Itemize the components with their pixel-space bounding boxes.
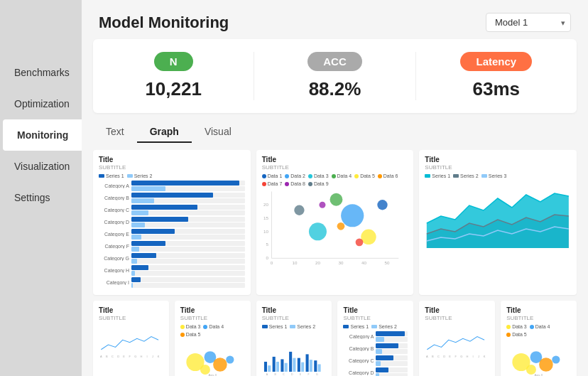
svg-rect-53 <box>289 352 292 372</box>
svg-rect-44 <box>264 362 267 372</box>
bubble-small-svg: Axis X <box>180 339 245 376</box>
svg-text:B: B <box>106 355 108 358</box>
svg-text:C: C <box>437 355 440 358</box>
svg-point-10 <box>319 202 325 208</box>
tab-visual[interactable]: Visual <box>192 122 244 143</box>
svg-text:J: J <box>478 355 479 358</box>
sidebar-item-benchmarks[interactable]: Benchmarks <box>0 57 82 88</box>
svg-text:H: H <box>140 355 142 358</box>
svg-text:40: 40 <box>361 260 366 265</box>
svg-point-4 <box>330 193 342 206</box>
svg-text:15: 15 <box>263 215 268 220</box>
svg-text:F: F <box>455 355 457 358</box>
metric-value: 88.2% <box>309 78 361 100</box>
charts-row-2: Title SUBTITLE ABCDEFGHIJK Title SUBTITL… <box>93 301 577 376</box>
svg-text:Axis X: Axis X <box>208 373 217 376</box>
svg-point-9 <box>337 222 344 230</box>
svg-text:K: K <box>158 355 160 358</box>
svg-point-5 <box>341 204 364 227</box>
svg-point-8 <box>355 238 363 246</box>
line-svg: ABCDEFGHIJK <box>99 324 163 365</box>
charts-row-1: Title SUBTITLE Series 1Series 2 Category… <box>93 150 577 295</box>
svg-text:A: A <box>426 355 428 358</box>
sidebar-item-settings[interactable]: Settings <box>0 182 82 213</box>
svg-rect-51 <box>284 363 287 372</box>
svg-text:K: K <box>484 355 486 358</box>
tab-graph[interactable]: Graph <box>137 122 192 143</box>
chart-area: Title SUBTITLE Series 1Series 2Series 3 <box>419 150 577 295</box>
header: Model Monitoring Model 1Model 2Model 3 <box>82 0 588 39</box>
sidebar-item-optimization[interactable]: Optimization <box>0 88 82 119</box>
svg-rect-47 <box>272 357 275 372</box>
svg-text:D: D <box>117 355 119 358</box>
metric-card: N 10,221 <box>93 52 254 100</box>
metric-value: 10,221 <box>145 78 202 100</box>
charts-grid: Title SUBTITLE Series 1Series 2 Category… <box>82 143 588 376</box>
svg-rect-60 <box>309 360 312 372</box>
svg-rect-59 <box>305 354 308 372</box>
svg-point-2 <box>294 205 304 215</box>
svg-rect-50 <box>281 359 283 372</box>
area-svg <box>425 181 571 248</box>
svg-text:E: E <box>299 373 301 376</box>
svg-text:D: D <box>443 355 445 358</box>
svg-text:A: A <box>266 373 268 376</box>
svg-text:H: H <box>467 355 469 358</box>
svg-rect-48 <box>276 362 279 372</box>
chart-bubble: Title SUBTITLE Data 1Data 2Data 3Data 4D… <box>256 150 414 295</box>
svg-text:I: I <box>473 355 474 358</box>
sidebar-item-visualization[interactable]: Visualization <box>0 151 82 182</box>
svg-rect-56 <box>297 358 300 372</box>
svg-text:E: E <box>123 355 125 358</box>
metrics-panel: N 10,221 ACC 88.2% Latency 63ms <box>93 39 577 113</box>
metric-badge: N <box>154 52 193 71</box>
line-svg: ABCDEFGHIJK <box>425 324 489 365</box>
svg-text:20: 20 <box>263 202 268 207</box>
svg-text:0: 0 <box>270 260 273 265</box>
chart-hbar: Title SUBTITLE Series 1Series 2 Category… <box>93 150 251 295</box>
svg-rect-62 <box>314 360 317 372</box>
svg-text:J: J <box>152 355 153 358</box>
svg-text:10: 10 <box>292 260 297 265</box>
chart-bubble-small-0: Title SUBTITLE Data 3Data 4Data 5 Axis X <box>175 301 251 376</box>
metric-card: Latency 63ms <box>416 52 577 100</box>
svg-text:Axis X: Axis X <box>535 373 543 376</box>
model-selector[interactable]: Model 1Model 2Model 3 <box>486 13 571 32</box>
svg-rect-63 <box>317 364 320 372</box>
bubble-small-svg: Axis X <box>506 339 571 376</box>
svg-text:G: G <box>316 373 318 376</box>
svg-point-7 <box>377 200 387 210</box>
chart-line-small-0: Title SUBTITLE ABCDEFGHIJK <box>93 301 169 376</box>
metric-value: 63ms <box>473 78 521 100</box>
svg-marker-26 <box>427 193 569 248</box>
page-title: Model Monitoring <box>99 14 229 32</box>
tab-text[interactable]: Text <box>93 122 137 143</box>
metric-card: ACC 88.2% <box>254 52 415 100</box>
svg-point-78 <box>539 358 553 372</box>
metric-badge: ACC <box>307 52 362 71</box>
svg-text:I: I <box>146 355 147 358</box>
svg-point-6 <box>361 230 376 245</box>
tabs: TextGraphVisual <box>82 113 588 143</box>
svg-point-40 <box>213 358 227 372</box>
svg-text:Axis X: Axis X <box>329 265 342 267</box>
svg-text:5: 5 <box>266 242 268 247</box>
svg-text:D: D <box>291 373 293 376</box>
bar-grouped-svg: ABCDEFG <box>262 331 327 376</box>
svg-text:20: 20 <box>315 260 320 265</box>
chart-bar-grouped: Title SUBTITLE Series 1Series 2 ABCDEFG <box>256 301 332 376</box>
svg-text:B: B <box>274 373 276 376</box>
svg-point-42 <box>226 355 234 363</box>
chart-bubble-small-1: Title SUBTITLE Data 3Data 4Data 5 Axis X <box>501 301 577 376</box>
bubble-svg: 0102030405005101520 Axis X Axis Y <box>262 188 408 267</box>
sidebar: BenchmarksOptimizationMonitoringVisualiz… <box>0 0 82 376</box>
svg-rect-54 <box>293 358 295 372</box>
main-content: Model Monitoring Model 1Model 2Model 3 N… <box>82 0 588 376</box>
svg-point-3 <box>309 222 327 240</box>
sidebar-item-monitoring[interactable]: Monitoring <box>3 119 82 151</box>
metric-badge: Latency <box>460 52 532 71</box>
svg-text:C: C <box>111 355 114 358</box>
svg-text:B: B <box>432 355 434 358</box>
svg-rect-45 <box>268 365 271 372</box>
model-selector-wrap: Model 1Model 2Model 3 <box>486 13 571 32</box>
